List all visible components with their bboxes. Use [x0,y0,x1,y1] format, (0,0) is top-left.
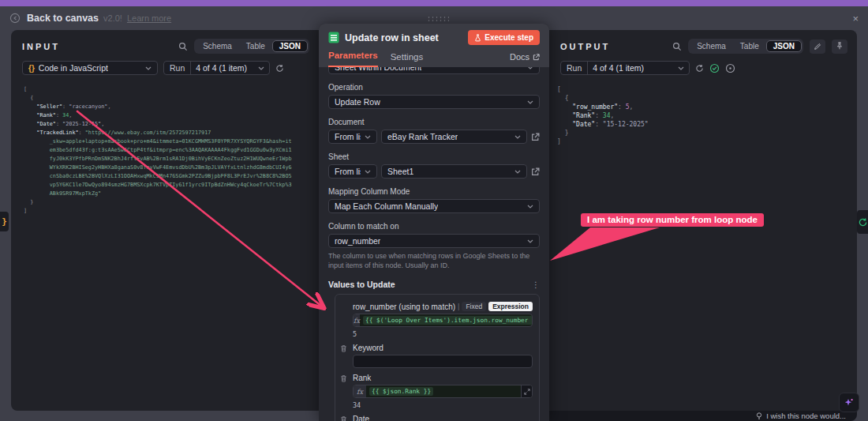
run-label: Run [561,62,588,74]
refresh-icon[interactable] [275,64,284,73]
resource-select[interactable]: Sheet Within Document [328,67,540,74]
run-value: 4 of 4 (1 item) [593,63,644,73]
status-circle-icon [725,63,735,73]
operation-label: Operation [328,83,540,92]
tab-json[interactable]: JSON [272,40,308,52]
rank-expression-input[interactable]: fx {{ $json.Rank }} [353,385,533,398]
chevron-down-icon [514,135,521,139]
lightbulb-icon [756,412,762,420]
tab-parameters[interactable]: Parameters [328,51,378,67]
input-json-view: [ { "Seller": "racecanyon", "Rank": 34, … [11,80,319,220]
toggle-expression[interactable]: Expression [488,302,533,311]
flask-icon [474,34,481,42]
trash-icon[interactable] [340,415,347,421]
search-icon[interactable] [178,42,188,51]
tab-table[interactable]: Table [733,40,766,52]
tab-json[interactable]: JSON [766,40,802,52]
rank-result: 34 [353,401,533,409]
version-banner-text: v2.0! [103,13,122,23]
google-sheets-icon [328,32,339,43]
loop-node-icon [858,217,868,227]
tab-schema[interactable]: Schema [196,40,239,52]
ai-assistant-button[interactable] [839,393,859,412]
value-entry-keyword: Keyword [342,344,533,368]
output-panel-title: OUTPUT [560,42,610,51]
row-number-field-label: row_number (using to match) [353,303,455,311]
rank-field-label: Rank [353,374,371,382]
chevron-down-icon [145,66,152,70]
keyword-field-label: Keyword [353,344,383,352]
chevron-down-icon [527,239,533,243]
tab-table[interactable]: Table [239,40,272,52]
document-select[interactable]: eBay Rank Tracker [381,130,527,144]
keyword-input[interactable] [353,355,533,368]
document-label: Document [328,118,540,126]
sheet-select[interactable]: Sheet1 [381,164,527,179]
top-accent-bar [0,0,868,6]
mapping-mode-label: Mapping Column Mode [328,187,540,196]
document-mode-select[interactable]: From list [328,130,377,144]
code-node-brace-icon: } [2,216,7,227]
fx-icon: fx [354,385,366,397]
docs-link[interactable]: Docs [510,52,540,67]
app-window: Back to canvas v2.0! Learn more × INPUT … [0,0,868,421]
value-entry-rank: Rank fx {{ $json.Rank }} 34 [342,374,533,409]
close-icon[interactable]: × [852,13,859,24]
input-source-label: Code in JavaScript [39,63,108,73]
chevron-down-icon [527,205,533,209]
pin-data-icon[interactable] [832,39,847,54]
chevron-down-icon [514,170,521,174]
values-to-update-box: row_number (using to match) | Fixed Expr… [335,294,540,421]
back-arrow-icon[interactable] [9,13,21,24]
open-document-icon[interactable] [531,133,540,141]
panel-drag-handle[interactable] [427,16,449,21]
chevron-down-icon [365,170,371,174]
search-icon[interactable] [672,42,682,51]
trash-icon[interactable] [340,344,347,352]
chevron-down-icon [527,67,533,70]
date-field-label: Date [353,415,369,421]
column-match-select[interactable]: row_number [328,234,540,248]
tab-schema[interactable]: Schema [690,40,733,52]
fx-icon: fx [354,314,360,326]
edit-output-icon[interactable] [810,39,825,54]
kebab-menu-icon[interactable]: ⋮ [532,280,540,289]
operation-select[interactable]: Update Row [328,95,540,109]
input-source-select[interactable]: {} Code in JavaScript [22,61,158,75]
chevron-down-icon [258,66,264,70]
code-braces-icon: {} [28,64,35,73]
input-view-tabs: Schema Table JSON [194,39,309,54]
back-to-canvas-button[interactable]: Back to canvas [27,13,99,24]
node-detail-panel: Update row in sheet Execute step Paramet… [319,24,549,421]
column-match-help: The column to use when matching rows in … [328,252,540,270]
row-number-expression-input[interactable]: fx {{ $('Loop Over Items').item.json.row… [353,314,533,327]
next-node-tab[interactable] [857,210,868,234]
output-run-select[interactable]: Run 4 of 4 (1 item) [560,61,690,75]
mapping-mode-select[interactable]: Map Each Column Manually [328,199,540,213]
trash-icon[interactable] [340,374,347,382]
sheet-mode-select[interactable]: From list [328,164,377,179]
output-view-tabs: Schema Table JSON [688,39,803,54]
chevron-down-icon [365,135,371,139]
node-feedback-bar: I wish this node would... [549,411,857,421]
sparkle-icon [844,397,855,408]
refresh-icon[interactable] [695,64,704,73]
run-value: 4 of 4 (1 item) [196,63,247,73]
success-check-icon [709,63,720,73]
chevron-down-icon [527,100,533,104]
toggle-fixed[interactable]: Fixed [462,302,486,311]
external-link-icon [533,54,540,61]
previous-node-tab[interactable]: } [0,212,9,231]
execute-step-button[interactable]: Execute step [468,30,540,45]
tab-settings[interactable]: Settings [391,52,424,67]
value-entry-date: Date fx {{ $now.toDateTime().toFormat('d… [342,415,533,421]
learn-more-link[interactable]: Learn more [127,13,171,23]
expand-expression-icon[interactable] [521,385,532,397]
input-run-select[interactable]: Run 4 of 4 (1 item) [163,61,270,75]
values-to-update-header: Values to Update [328,280,395,289]
column-match-label: Column to match on [328,222,540,231]
run-label: Run [164,62,191,74]
node-title: Update row in sheet [345,32,439,43]
wish-link[interactable]: I wish this node would... [766,412,846,420]
open-sheet-icon[interactable] [531,167,540,176]
